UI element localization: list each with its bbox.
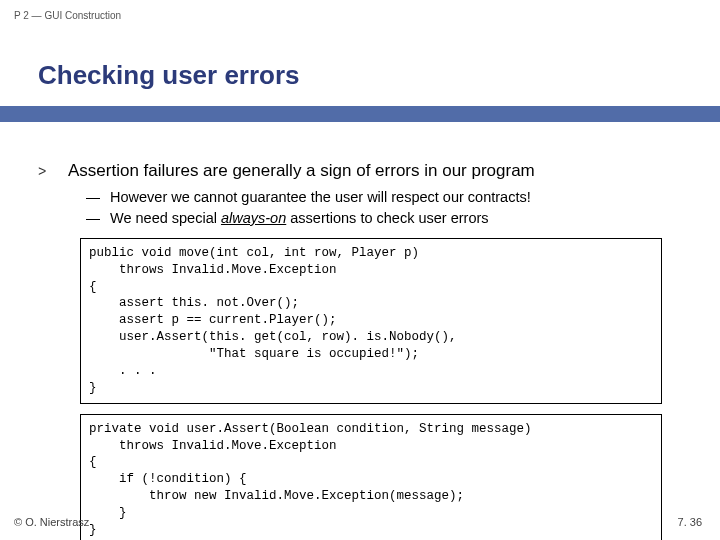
sub-bullet-text: We need special always-on assertions to … (110, 209, 489, 228)
code-block-userassert: private void user.Assert(Boolean conditi… (80, 414, 662, 540)
bullet-marker: > (38, 164, 68, 180)
header-label: P 2 — GUI Construction (14, 10, 121, 21)
sub-bullet-prefix: We need special (110, 210, 221, 226)
sub-bullet-marker: — (86, 210, 110, 226)
main-bullet: > Assertion failures are generally a sig… (38, 160, 688, 182)
content-area: > Assertion failures are generally a sig… (38, 160, 688, 540)
title-underline-bar (0, 106, 720, 122)
footer-page-number: 7. 36 (678, 516, 702, 528)
sub-bullet-text: However we cannot guarantee the user wil… (110, 188, 531, 207)
code-block-move: public void move(int col, int row, Playe… (80, 238, 662, 404)
slide-title: Checking user errors (38, 60, 300, 91)
bullet-text: Assertion failures are generally a sign … (68, 160, 535, 182)
sub-bullet-marker: — (86, 189, 110, 205)
sub-bullet: — However we cannot guarantee the user w… (86, 188, 688, 207)
sub-bullet-list: — However we cannot guarantee the user w… (86, 188, 688, 228)
footer-copyright: © O. Nierstrasz (14, 516, 89, 528)
sub-bullet: — We need special always-on assertions t… (86, 209, 688, 228)
sub-bullet-emphasis: always-on (221, 210, 286, 226)
sub-bullet-suffix: assertions to check user errors (286, 210, 488, 226)
